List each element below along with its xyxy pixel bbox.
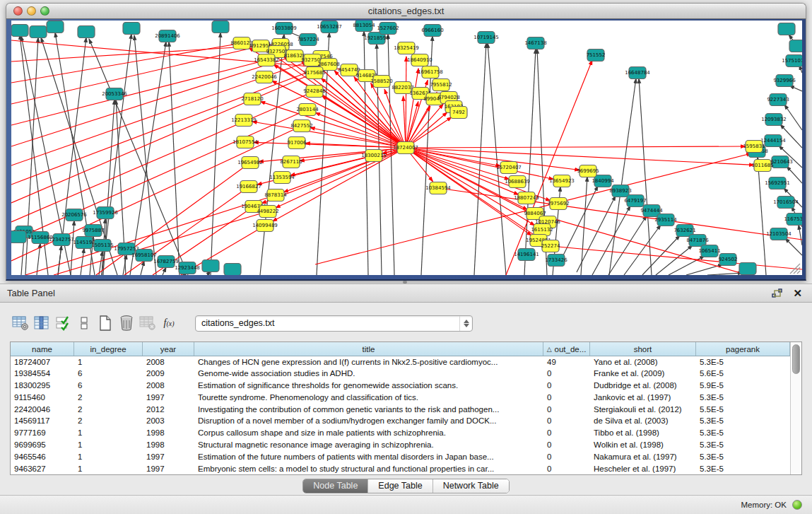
citing-node-13654923[interactable]: 13654923	[549, 175, 575, 187]
citing-node-11353594[interactable]: 11353594	[269, 172, 295, 184]
cited-node-15751074[interactable]: 15751074	[782, 55, 802, 67]
table-selector-dropdown[interactable]: citations_edges.txt	[195, 315, 473, 332]
citation-edge-black[interactable]	[592, 206, 630, 275]
citation-edge-black[interactable]	[71, 221, 74, 275]
citation-edge-black[interactable]	[784, 105, 802, 130]
column-header-pagerank[interactable]: pagerank	[696, 342, 790, 356]
cited-node-1505135[interactable]: 1505135	[91, 240, 113, 252]
citing-node-7492[interactable]: 7492	[450, 107, 467, 119]
table-row[interactable]: 946554611997Estimation of the future num…	[11, 451, 790, 463]
citation-edge-black[interactable]	[758, 157, 766, 275]
resize-grip-icon[interactable]	[797, 271, 800, 274]
float-panel-icon[interactable]	[772, 288, 783, 298]
citation-edge-black[interactable]	[799, 225, 802, 245]
citing-node-4498222[interactable]: 4498222	[257, 206, 278, 218]
delete-table-icon[interactable]	[137, 313, 158, 333]
citing-node-18325419[interactable]: 18325419	[394, 42, 419, 54]
column-header-title[interactable]: title	[194, 342, 543, 356]
tab-node-table[interactable]: Node Table	[303, 479, 368, 493]
cited-node-15692951[interactable]: 15692951	[765, 177, 790, 189]
cited-node-16033809[interactable]: 16033809	[271, 23, 297, 35]
tab-network-table[interactable]: Network Table	[433, 479, 509, 493]
citing-node-19166827[interactable]: 19166827	[236, 181, 261, 193]
cited-node[interactable]	[778, 23, 795, 35]
citing-node-19654982[interactable]: 19654982	[237, 157, 263, 169]
citation-edge-red[interactable]	[252, 122, 406, 148]
table-row[interactable]: 2242004622012Investigating the contribut…	[11, 404, 790, 416]
cited-node[interactable]	[30, 26, 47, 38]
citation-edge-black[interactable]	[785, 238, 802, 255]
citation-edge-red[interactable]	[406, 57, 406, 148]
cited-node-14196141[interactable]: 14196141	[514, 249, 539, 261]
table-row[interactable]: 1830029562008Estimation of significance …	[11, 380, 790, 392]
tab-edge-table[interactable]: Edge Table	[368, 479, 433, 493]
table-row[interactable]: 1872400712008Changes of HCN gene express…	[11, 356, 790, 368]
citation-edge-black[interactable]	[608, 216, 647, 275]
citing-node-18640910[interactable]: 18640910	[407, 54, 433, 66]
table-row[interactable]: 946362711997Embryonic stem cells: a mode…	[11, 463, 790, 475]
citation-edge-black[interactable]	[474, 43, 486, 275]
table-row[interactable]: 977716911998Corpus callosum shape and si…	[11, 428, 790, 440]
cited-node[interactable]	[11, 231, 26, 243]
citing-node-14099489[interactable]: 14099489	[252, 220, 278, 232]
cited-node[interactable]	[789, 40, 802, 52]
citing-node-917006[interactable]: 917006	[288, 137, 307, 149]
citing-node-16961758[interactable]: 16961758	[418, 66, 443, 78]
cited-node-9975887[interactable]: 9975887	[82, 225, 104, 237]
citing-node-1595831[interactable]: 1595831	[743, 141, 765, 153]
column-header-in-degree[interactable]: in_degree	[74, 342, 143, 356]
column-visibility-icon[interactable]	[31, 313, 52, 333]
citing-node-7955812[interactable]: 7955812	[430, 79, 452, 91]
row-checks-icon[interactable]	[52, 313, 73, 333]
cited-node-8813054[interactable]: 8813054	[353, 21, 375, 32]
citing-node-1588520[interactable]: 1588520	[370, 76, 392, 88]
cited-node[interactable]	[78, 26, 95, 38]
citing-node-8267110[interactable]: 8267110	[280, 156, 302, 168]
citation-edge-black[interactable]	[211, 33, 220, 275]
table-mode-icon[interactable]	[10, 313, 31, 333]
cited-node-9329966[interactable]: 9329966	[773, 75, 796, 87]
cited-node[interactable]	[47, 21, 64, 33]
cited-node[interactable]	[202, 260, 219, 272]
cited-node-1167534[interactable]: 1167534	[784, 214, 802, 226]
cited-node-751552[interactable]: 751552	[587, 49, 606, 62]
citing-node-10688639[interactable]: 10688639	[505, 176, 530, 188]
table-row[interactable]: 911546021997Tourette syndrome. Phenomeno…	[11, 392, 790, 404]
cited-node-6966160[interactable]: 6966160	[421, 25, 443, 37]
citing-node-9242848[interactable]: 9242848	[303, 86, 325, 98]
citation-network-graph[interactable]: 2089140616033809785722410653287881305419…	[11, 21, 802, 275]
citation-edge-black[interactable]	[260, 34, 284, 275]
new-column-icon[interactable]	[95, 313, 116, 333]
citing-node-7975692[interactable]: 7975692	[547, 198, 569, 210]
citation-edge-black[interactable]	[102, 34, 131, 275]
scrollbar-thumb[interactable]	[792, 344, 800, 374]
close-panel-icon[interactable]: ✕	[793, 288, 802, 298]
table-row[interactable]: 1456911722003Disruption of a novel membe…	[11, 416, 790, 428]
column-header-short[interactable]: short	[590, 342, 696, 356]
cited-node[interactable]	[123, 23, 140, 35]
cited-node[interactable]	[11, 25, 28, 37]
citation-edge-red[interactable]	[11, 91, 314, 222]
cited-node-1467138[interactable]: 1467138	[524, 37, 546, 49]
cited-node-10653287[interactable]: 10653287	[317, 21, 342, 33]
citing-node-9699695[interactable]: 9699695	[577, 165, 599, 177]
citation-edge-black[interactable]	[780, 124, 802, 148]
row-height-icon[interactable]	[73, 313, 95, 333]
citing-node-18107554[interactable]: 18107554	[233, 136, 258, 148]
column-header-name[interactable]: name	[11, 342, 74, 356]
citation-edge-red[interactable]	[535, 214, 748, 275]
column-header-out-de-[interactable]: △out_de...	[543, 342, 590, 356]
cited-node-16648784[interactable]: 16648784	[625, 67, 650, 79]
citation-edge-black[interactable]	[707, 273, 743, 275]
table-scrollbar[interactable]	[790, 342, 801, 474]
citation-edge-red[interactable]	[315, 112, 406, 148]
citing-node-252274[interactable]: 252274	[541, 240, 560, 252]
cited-node-1527602[interactable]: 1527602	[377, 23, 399, 35]
table-row[interactable]: 969969511998Structural magnetic resonanc…	[11, 440, 790, 452]
cited-node-9227343[interactable]: 9227343	[767, 94, 789, 106]
citing-node-8427552[interactable]: 8427552	[290, 120, 312, 132]
cited-node-2935114[interactable]: 2935114	[654, 214, 677, 226]
citing-node-10384594[interactable]: 10384594	[425, 182, 451, 194]
cited-node-12103504[interactable]: 12103504	[766, 228, 792, 240]
citation-edge-red[interactable]	[322, 95, 406, 148]
